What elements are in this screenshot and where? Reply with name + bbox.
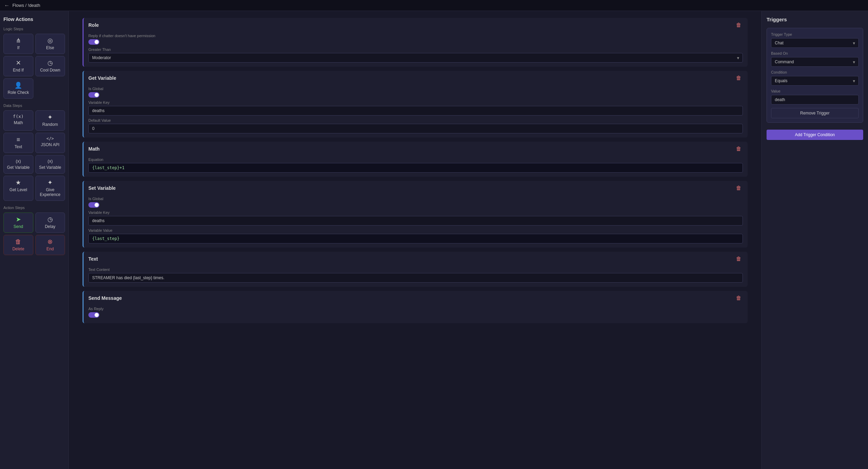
action-if[interactable]: ⋔ If bbox=[3, 34, 33, 54]
action-set-variable[interactable]: (x) Set Variable bbox=[35, 155, 65, 174]
set-var-global-toggle-row bbox=[88, 202, 743, 208]
action-get-variable[interactable]: (x) Get Variable bbox=[3, 155, 33, 174]
action-random[interactable]: ✦ Random bbox=[35, 110, 65, 131]
text-content-input[interactable] bbox=[88, 273, 743, 283]
role-card-title: Role bbox=[88, 22, 99, 28]
delete-label: Delete bbox=[12, 247, 24, 251]
get-var-key-input[interactable] bbox=[88, 106, 743, 116]
set-variable-card: Set Variable 🗑 Is Global Variable Key Va… bbox=[83, 181, 748, 248]
get-variable-card-delete[interactable]: 🗑 bbox=[735, 74, 743, 82]
text-card-delete[interactable]: 🗑 bbox=[735, 255, 743, 263]
send-message-card: Send Message 🗑 As Reply bbox=[83, 291, 748, 323]
action-text[interactable]: ≡ Text bbox=[3, 133, 33, 153]
role-card-delete[interactable]: 🗑 bbox=[735, 21, 743, 29]
give-experience-icon: ✦ bbox=[47, 179, 53, 186]
set-var-value-input[interactable] bbox=[88, 234, 743, 243]
get-var-default-input[interactable] bbox=[88, 124, 743, 133]
value-label: Value bbox=[771, 89, 859, 93]
role-permission-toggle-row bbox=[88, 39, 743, 45]
get-level-icon: ★ bbox=[15, 179, 21, 186]
send-as-reply-label: As Reply bbox=[88, 307, 743, 311]
send-message-card-delete[interactable]: 🗑 bbox=[735, 294, 743, 302]
action-send[interactable]: ➤ Send bbox=[3, 212, 33, 233]
if-label: If bbox=[17, 45, 20, 50]
get-var-default-label: Default Value bbox=[88, 118, 743, 122]
remove-trigger-button[interactable]: Remove Trigger bbox=[771, 108, 859, 118]
trigger-type-label: Trigger Type bbox=[771, 32, 859, 36]
send-icon: ➤ bbox=[16, 216, 21, 222]
get-var-global-toggle-row bbox=[88, 92, 743, 98]
else-label: Else bbox=[46, 45, 54, 50]
trigger-type-select[interactable]: Chat Command Event Timer bbox=[771, 38, 859, 48]
get-level-label: Get Level bbox=[10, 187, 27, 192]
set-variable-card-header: Set Variable 🗑 bbox=[84, 181, 748, 194]
based-on-select[interactable]: Command Message Keyword bbox=[771, 57, 859, 67]
role-card-body: Reply if chatter doesn't have permission… bbox=[84, 34, 748, 67]
set-variable-card-delete[interactable]: 🗑 bbox=[735, 184, 743, 192]
send-message-card-header: Send Message 🗑 bbox=[84, 291, 748, 304]
main-layout: Flow Actions Logic Steps ⋔ If ◎ Else ✕ E… bbox=[0, 11, 868, 469]
text-card-title: Text bbox=[88, 256, 98, 262]
give-experience-label: Give Experience bbox=[38, 187, 63, 197]
send-label: Send bbox=[13, 224, 23, 229]
set-variable-card-title: Set Variable bbox=[88, 185, 116, 191]
set-var-global-label: Is Global bbox=[88, 197, 743, 201]
action-end-if[interactable]: ✕ End If bbox=[3, 56, 33, 76]
data-steps-grid: f(x) Math ✦ Random ≡ Text </> JSON API (… bbox=[3, 110, 65, 201]
value-input[interactable] bbox=[771, 95, 859, 105]
titlebar: ← Flows / !death bbox=[0, 0, 868, 11]
action-json-api[interactable]: </> JSON API bbox=[35, 133, 65, 153]
send-as-reply-toggle[interactable] bbox=[88, 312, 99, 318]
action-give-experience[interactable]: ✦ Give Experience bbox=[35, 176, 65, 201]
math-card-title: Math bbox=[88, 146, 100, 152]
action-steps-label: Action Steps bbox=[3, 206, 65, 210]
action-math[interactable]: f(x) Math bbox=[3, 110, 33, 131]
get-var-global-label: Is Global bbox=[88, 87, 743, 91]
random-label: Random bbox=[42, 122, 58, 127]
breadcrumb: Flows / !death bbox=[12, 3, 40, 8]
set-var-global-toggle[interactable] bbox=[88, 202, 99, 208]
role-greater-than-select[interactable]: Moderator VIP Subscriber Everyone bbox=[88, 53, 743, 63]
json-api-icon: </> bbox=[46, 137, 54, 141]
condition-select-wrapper: Equals Contains Starts With Ends With bbox=[771, 76, 859, 86]
math-label: Math bbox=[14, 120, 23, 125]
math-card-header: Math 🗑 bbox=[84, 142, 748, 155]
math-equation-input[interactable] bbox=[88, 163, 743, 173]
send-as-reply-toggle-row bbox=[88, 312, 743, 318]
get-var-global-toggle[interactable] bbox=[88, 92, 99, 98]
set-variable-card-body: Is Global Variable Key Variable Value bbox=[84, 197, 748, 248]
action-get-level[interactable]: ★ Get Level bbox=[3, 176, 33, 201]
role-permission-toggle[interactable] bbox=[88, 39, 99, 45]
action-end[interactable]: ⊗ End bbox=[35, 235, 65, 255]
center-panel: Role 🗑 Reply if chatter doesn't have per… bbox=[69, 11, 761, 469]
send-message-card-body: As Reply bbox=[84, 307, 748, 323]
action-role-check[interactable]: 👤 Role Check bbox=[3, 78, 33, 99]
math-card-delete[interactable]: 🗑 bbox=[735, 145, 743, 153]
triggers-title: Triggers bbox=[767, 17, 863, 22]
get-variable-card-header: Get Variable 🗑 bbox=[84, 71, 748, 84]
get-variable-label: Get Variable bbox=[7, 165, 30, 170]
random-icon: ✦ bbox=[47, 114, 53, 120]
math-equation-label: Equation bbox=[88, 157, 743, 162]
get-var-key-label: Variable Key bbox=[88, 100, 743, 105]
right-panel: Triggers Trigger Type Chat Command Event… bbox=[761, 11, 868, 469]
math-icon: f(x) bbox=[13, 114, 24, 119]
add-trigger-condition-button[interactable]: Add Trigger Condition bbox=[767, 130, 863, 140]
trigger-type-select-wrapper: Chat Command Event Timer bbox=[771, 38, 859, 48]
set-var-key-label: Variable Key bbox=[88, 210, 743, 215]
set-variable-icon: (x) bbox=[47, 159, 53, 163]
trigger-section: Trigger Type Chat Command Event Timer Ba… bbox=[767, 28, 863, 123]
role-greater-than-select-wrapper: Moderator VIP Subscriber Everyone bbox=[88, 53, 743, 63]
based-on-label: Based On bbox=[771, 51, 859, 55]
action-delay[interactable]: ◷ Delay bbox=[35, 212, 65, 233]
set-var-key-input[interactable] bbox=[88, 216, 743, 226]
action-cool-down[interactable]: ◷ Cool Down bbox=[35, 56, 65, 76]
back-button[interactable]: ← bbox=[4, 2, 10, 9]
text-content-label: Text Content bbox=[88, 268, 743, 272]
action-delete[interactable]: 🗑 Delete bbox=[3, 235, 33, 255]
action-else[interactable]: ◎ Else bbox=[35, 34, 65, 54]
left-panel: Flow Actions Logic Steps ⋔ If ◎ Else ✕ E… bbox=[0, 11, 69, 469]
condition-select[interactable]: Equals Contains Starts With Ends With bbox=[771, 76, 859, 86]
end-if-label: End If bbox=[13, 68, 24, 73]
text-card-body: Text Content bbox=[84, 268, 748, 287]
